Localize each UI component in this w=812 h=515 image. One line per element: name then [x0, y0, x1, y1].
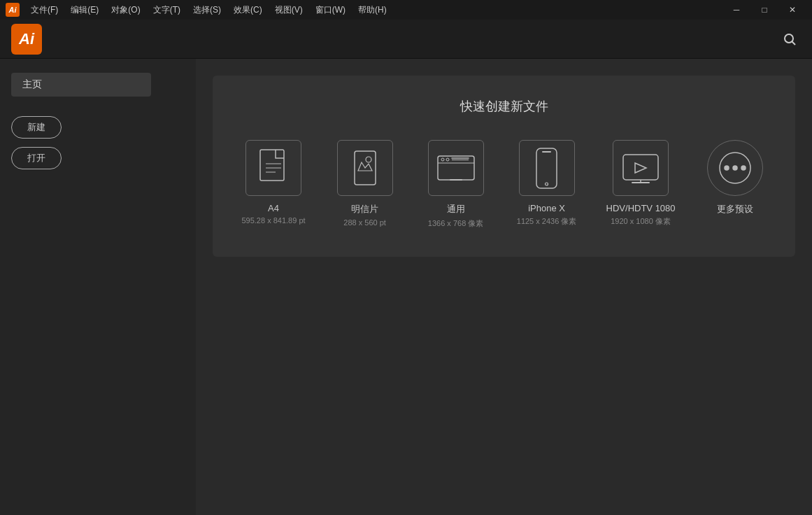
- app-logo: Ai: [11, 24, 42, 55]
- template-postcard-name: 明信片: [351, 203, 378, 216]
- svg-marker-19: [635, 163, 646, 173]
- title-bar: Ai 文件(F)编辑(E)对象(O)文字(T)选择(S)效果(C)视图(V)窗口…: [0, 0, 812, 20]
- svg-line-1: [792, 41, 796, 45]
- template-iphone-size: 1125 x 2436 像素: [517, 216, 577, 227]
- content-area: 快速创建新文件 A4 595.28 x 841.89 pt: [196, 59, 812, 515]
- menu-item-文件F[interactable]: 文件(F): [25, 3, 64, 17]
- window-controls: ─ □ ✕: [722, 0, 806, 20]
- template-web-size: 1366 x 768 像素: [428, 218, 484, 229]
- open-button[interactable]: 打开: [11, 147, 62, 169]
- menu-item-视图V[interactable]: 视图(V): [269, 3, 308, 17]
- template-more-name: 更多预设: [717, 203, 753, 216]
- svg-point-0: [785, 34, 793, 43]
- svg-point-11: [446, 158, 449, 161]
- menu-item-对象O[interactable]: 对象(O): [106, 3, 145, 17]
- template-postcard[interactable]: 明信片 288 x 560 pt: [334, 140, 397, 227]
- svg-point-23: [725, 166, 729, 170]
- maximize-button[interactable]: □: [750, 0, 778, 20]
- svg-point-25: [741, 166, 746, 170]
- template-a4-size: 595.28 x 841.89 pt: [241, 216, 305, 225]
- template-a4-icon: [245, 140, 301, 196]
- template-video-size: 1920 x 1080 像素: [611, 216, 671, 227]
- template-a4-name: A4: [268, 203, 279, 213]
- svg-point-10: [441, 158, 444, 161]
- svg-rect-18: [623, 155, 658, 180]
- close-button[interactable]: ✕: [778, 0, 806, 20]
- menu-item-编辑E[interactable]: 编辑(E): [65, 3, 104, 17]
- svg-point-7: [366, 157, 371, 162]
- svg-rect-2: [260, 150, 284, 181]
- template-web[interactable]: 通用 1366 x 768 像素: [425, 140, 487, 229]
- template-iphone-name: iPhone X: [528, 203, 565, 213]
- svg-point-17: [546, 183, 548, 185]
- templates-row: A4 595.28 x 841.89 pt 明信片 288 x 560 pt: [241, 140, 766, 229]
- menu-item-窗口W[interactable]: 窗口(W): [310, 3, 351, 17]
- menu-item-文字T[interactable]: 文字(T): [148, 3, 186, 17]
- template-video-name: HDV/HDTV 1080: [606, 203, 676, 213]
- home-tab[interactable]: 主页: [11, 73, 151, 97]
- svg-point-24: [733, 166, 737, 170]
- title-bar-logo: Ai: [6, 3, 20, 17]
- menu-item-效果C[interactable]: 效果(C): [228, 3, 268, 17]
- new-button[interactable]: 新建: [11, 116, 62, 139]
- template-postcard-icon: [337, 140, 393, 196]
- menu-item-选择S[interactable]: 选择(S): [187, 3, 227, 17]
- search-button[interactable]: [778, 28, 801, 50]
- template-iphone-icon: [519, 140, 575, 196]
- template-web-name: 通用: [447, 203, 465, 216]
- template-a4[interactable]: A4 595.28 x 841.89 pt: [241, 140, 305, 225]
- main-content: 主页 新建 打开 快速创建新文件: [0, 59, 812, 515]
- quick-create-panel: 快速创建新文件 A4 595.28 x 841.89 pt: [213, 76, 795, 257]
- template-more[interactable]: 更多预设: [704, 140, 767, 218]
- template-video[interactable]: HDV/HDTV 1080 1920 x 1080 像素: [606, 140, 676, 227]
- menu-item-帮助H[interactable]: 帮助(H): [352, 3, 392, 17]
- sidebar-buttons: 新建 打开: [11, 116, 185, 169]
- template-postcard-size: 288 x 560 pt: [343, 218, 386, 227]
- menu-bar: 文件(F)编辑(E)对象(O)文字(T)选择(S)效果(C)视图(V)窗口(W)…: [25, 3, 722, 17]
- template-video-icon: [613, 140, 669, 196]
- template-web-icon: [428, 140, 484, 196]
- sidebar: 主页 新建 打开: [0, 59, 196, 515]
- app-header: Ai: [0, 20, 812, 59]
- quick-create-title: 快速创建新文件: [460, 98, 548, 115]
- minimize-button[interactable]: ─: [722, 0, 750, 20]
- template-iphone[interactable]: iPhone X 1125 x 2436 像素: [515, 140, 578, 227]
- template-more-icon: [707, 140, 763, 196]
